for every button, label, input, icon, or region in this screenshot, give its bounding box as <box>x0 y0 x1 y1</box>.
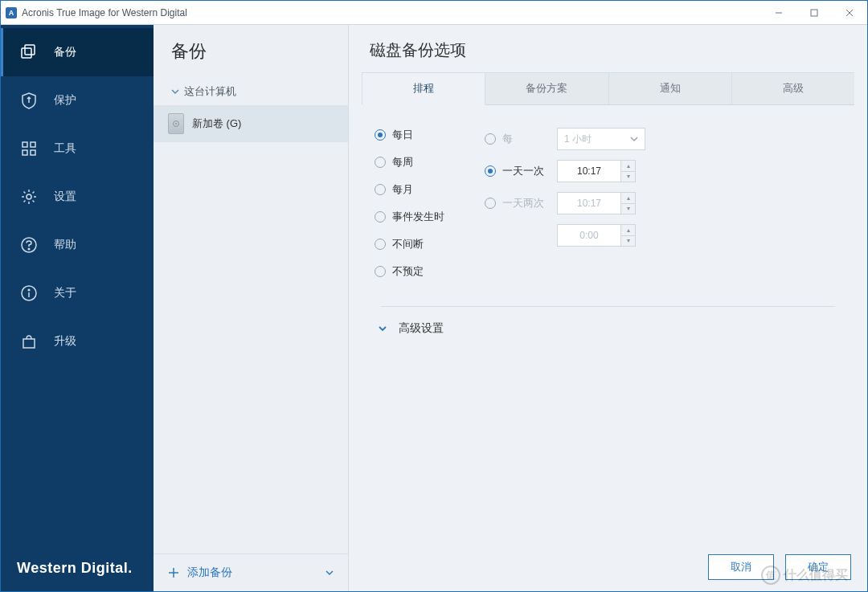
once-time-spinner[interactable]: ▴▾ <box>621 160 636 182</box>
help-icon <box>20 236 38 254</box>
sidebar-item-label: 关于 <box>54 286 76 300</box>
close-button[interactable] <box>832 1 867 25</box>
add-backup-label: 添加备份 <box>187 565 232 580</box>
sidebar-item-label: 保护 <box>54 93 76 108</box>
content-title: 磁盘备份选项 <box>349 25 867 72</box>
maximize-button[interactable] <box>796 1 832 25</box>
brand-logo: Western Digital. <box>1 545 154 591</box>
titlebar-controls <box>761 1 867 25</box>
twice-time1-input[interactable]: 10:17 <box>557 192 621 214</box>
interval-select[interactable]: 1 小时 <box>557 128 645 150</box>
sidebar-item-tools[interactable]: 工具 <box>1 125 154 173</box>
svg-rect-7 <box>31 142 35 147</box>
gear-icon <box>20 188 38 206</box>
chevron-down-icon[interactable] <box>326 569 334 577</box>
backup-tree: 这台计算机 新加卷 (G) <box>154 75 348 553</box>
svg-rect-5 <box>25 45 35 55</box>
tab-notifications[interactable]: 通知 <box>609 72 732 104</box>
svg-rect-8 <box>23 150 27 155</box>
radio-label: 不预定 <box>392 264 424 279</box>
ok-button[interactable]: 确定 <box>785 554 851 580</box>
svg-point-17 <box>175 123 177 125</box>
radio-every[interactable]: 每 <box>485 132 547 146</box>
radio-label: 不间断 <box>392 237 424 251</box>
radio-label: 每日 <box>392 128 413 142</box>
svg-rect-1 <box>811 10 817 16</box>
row-once: 一天一次 10:17 ▴▾ <box>485 160 645 182</box>
sidebar-item-upgrade[interactable]: 升级 <box>1 317 154 365</box>
schedule-options: 每日 每周 每月 事件发生时 不间断 不预定 每 1 小时 <box>349 105 867 301</box>
shield-icon <box>20 92 38 109</box>
twice-time2-spinner[interactable]: ▴▾ <box>621 224 636 247</box>
radio-daily[interactable]: 每日 <box>375 128 444 142</box>
tree-root-computer[interactable]: 这台计算机 <box>154 78 348 105</box>
sidebar-item-backup[interactable]: 备份 <box>1 28 154 76</box>
frequency-group: 每日 每周 每月 事件发生时 不间断 不预定 <box>375 128 444 279</box>
once-time-input[interactable]: 10:17 <box>557 160 621 182</box>
content-panel: 磁盘备份选项 排程 备份方案 通知 高级 每日 每周 每月 事件发生时 不间断 … <box>349 25 867 591</box>
tab-schedule[interactable]: 排程 <box>362 72 485 105</box>
sidebar-item-settings[interactable]: 设置 <box>1 173 154 221</box>
footer-buttons: 取消 确定 <box>708 554 851 580</box>
backup-list-header: 备份 <box>154 25 348 75</box>
sidebar-item-label: 工具 <box>54 141 76 156</box>
titlebar: A Acronis True Image for Western Digital <box>1 1 867 25</box>
advanced-label: 高级设置 <box>399 321 444 336</box>
tab-row: 排程 备份方案 通知 高级 <box>362 72 854 105</box>
tree-root-label: 这台计算机 <box>184 84 236 99</box>
app-icon: A <box>6 7 17 18</box>
chevron-up-icon[interactable]: ▴ <box>621 193 635 204</box>
advanced-settings-toggle[interactable]: 高级设置 <box>349 307 867 350</box>
chevron-up-icon[interactable]: ▴ <box>621 225 635 236</box>
info-icon <box>20 284 38 302</box>
cancel-button[interactable]: 取消 <box>708 554 774 580</box>
row-every: 每 1 小时 <box>485 128 645 150</box>
chevron-down-icon[interactable]: ▾ <box>621 204 635 214</box>
radio-weekly[interactable]: 每周 <box>375 155 444 169</box>
radio-once-daily[interactable]: 一天一次 <box>485 164 547 178</box>
radio-twice-daily[interactable]: 一天两次 <box>485 196 547 210</box>
tab-scheme[interactable]: 备份方案 <box>485 72 608 104</box>
svg-rect-6 <box>23 142 27 147</box>
minimize-button[interactable] <box>761 1 796 25</box>
svg-rect-9 <box>31 150 35 155</box>
twice-time2-input[interactable]: 0:00 <box>557 224 621 247</box>
backup-icon <box>20 43 38 61</box>
tree-item-volume[interactable]: 新加卷 (G) <box>154 105 348 142</box>
radio-nonstop[interactable]: 不间断 <box>375 237 444 251</box>
radio-label: 每月 <box>392 182 413 197</box>
chevron-up-icon[interactable]: ▴ <box>621 161 635 172</box>
twice-time1-spinner[interactable]: ▴▾ <box>621 192 636 214</box>
tab-advanced[interactable]: 高级 <box>732 72 854 104</box>
radio-label: 每 <box>502 132 513 146</box>
sidebar-item-help[interactable]: 帮助 <box>1 221 154 269</box>
svg-point-10 <box>27 194 31 199</box>
sidebar-item-about[interactable]: 关于 <box>1 269 154 317</box>
backup-list-panel: 备份 这台计算机 新加卷 (G) 添加备份 <box>154 25 349 591</box>
sidebar-item-label: 备份 <box>54 45 76 59</box>
sidebar: 备份 保护 工具 设置 帮助 <box>1 25 154 591</box>
svg-rect-4 <box>22 48 31 58</box>
sidebar-item-protect[interactable]: 保护 <box>1 76 154 125</box>
radio-on-event[interactable]: 事件发生时 <box>375 210 444 224</box>
chevron-down-icon[interactable]: ▾ <box>621 236 635 247</box>
svg-point-12 <box>28 248 30 250</box>
radio-label: 每周 <box>392 155 413 169</box>
bag-icon <box>20 333 38 350</box>
sidebar-item-label: 帮助 <box>54 238 76 252</box>
daily-options: 每 1 小时 一天一次 10:17 ▴▾ 一天 <box>485 128 645 279</box>
radio-label: 事件发生时 <box>392 210 444 224</box>
svg-point-14 <box>28 289 30 291</box>
sidebar-item-label: 设置 <box>54 190 76 204</box>
grid-icon <box>20 140 38 157</box>
app-title: Acronis True Image for Western Digital <box>22 7 187 18</box>
radio-none[interactable]: 不预定 <box>375 264 444 279</box>
row-twice2: 0:00 ▴▾ <box>485 224 645 247</box>
radio-label: 一天一次 <box>502 164 544 178</box>
chevron-down-icon[interactable]: ▾ <box>621 172 635 182</box>
main-area: 备份 保护 工具 设置 帮助 <box>1 25 867 591</box>
sidebar-items: 备份 保护 工具 设置 帮助 <box>1 25 154 545</box>
titlebar-left: A Acronis True Image for Western Digital <box>1 7 187 18</box>
add-backup-button[interactable]: 添加备份 <box>154 553 348 591</box>
radio-monthly[interactable]: 每月 <box>375 182 444 197</box>
